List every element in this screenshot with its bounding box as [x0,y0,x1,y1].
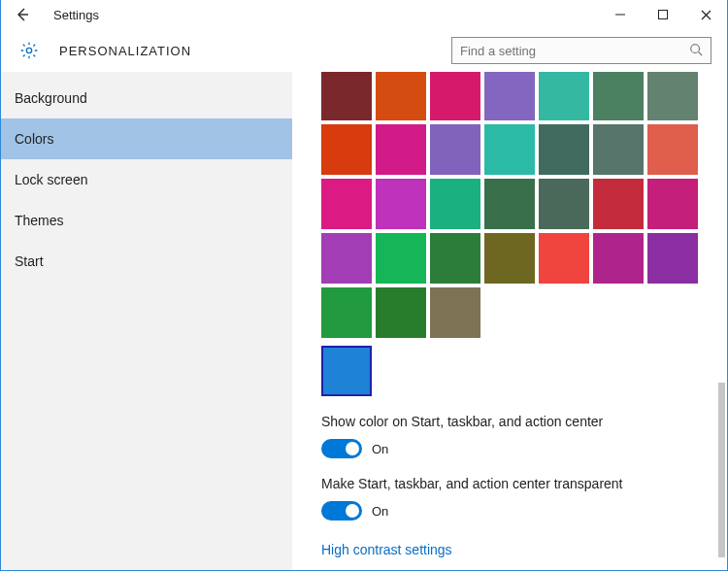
color-swatch[interactable] [593,179,644,229]
maximize-icon [658,10,668,19]
content: Show color on Start, taskbar, and action… [292,72,727,570]
settings-gear-icon[interactable] [18,40,40,61]
body: BackgroundColorsLock screenThemesStart S… [1,72,727,570]
header: PERSONALIZATION [1,29,727,72]
search-box[interactable] [451,37,711,64]
gear-icon [19,41,39,60]
color-swatch[interactable] [539,179,589,229]
color-swatch[interactable] [376,287,426,338]
window-title: Settings [53,8,99,22]
color-swatch[interactable] [484,233,535,284]
minimize-button[interactable] [599,1,642,28]
color-swatch[interactable] [430,72,480,120]
color-swatch[interactable] [593,124,644,175]
color-swatch[interactable] [647,72,698,120]
maximize-button[interactable] [642,1,684,28]
window-controls [599,1,727,28]
color-swatch[interactable] [539,124,589,175]
sidebar-item-lock-screen[interactable]: Lock screen [1,159,292,200]
color-swatch[interactable] [376,124,426,175]
color-swatch[interactable] [376,233,426,284]
close-icon [701,10,711,20]
color-swatch[interactable] [430,287,480,338]
color-swatch[interactable] [593,72,644,120]
search-icon [689,43,703,59]
color-swatch[interactable] [593,233,644,284]
minimize-icon [615,10,625,19]
color-swatch[interactable] [647,179,698,229]
search-input[interactable] [460,44,689,58]
section-title: PERSONALIZATION [59,44,191,58]
sidebar-item-colors[interactable]: Colors [1,118,292,159]
color-swatch[interactable] [321,179,372,229]
high-contrast-link[interactable]: High contrast settings [321,542,727,557]
transparency-toggle[interactable] [321,501,362,521]
color-swatch[interactable] [484,179,535,229]
svg-point-2 [691,44,700,52]
transparency-toggle-row: On [321,501,727,521]
sidebar-item-background[interactable]: Background [1,78,292,118]
color-swatch[interactable] [647,233,698,284]
show-color-state: On [372,442,388,456]
show-color-toggle-row: On [321,439,727,458]
sidebar: BackgroundColorsLock screenThemesStart [1,72,292,570]
transparency-label: Make Start, taskbar, and action center t… [321,476,727,491]
color-swatch[interactable] [430,179,480,229]
svg-rect-0 [659,11,668,19]
back-button[interactable] [9,1,36,28]
show-color-label: Show color on Start, taskbar, and action… [321,414,727,429]
search-wrap [451,37,711,64]
color-swatch[interactable] [539,233,589,284]
color-swatch[interactable] [539,72,589,120]
transparency-state: On [372,504,388,519]
color-swatch[interactable] [484,124,535,175]
color-swatch[interactable] [321,233,372,284]
color-swatch[interactable] [484,72,535,120]
close-button[interactable] [684,1,727,28]
sidebar-item-start[interactable]: Start [1,241,292,282]
color-swatch[interactable] [430,233,480,284]
show-color-toggle[interactable] [321,439,362,458]
color-swatch[interactable] [376,72,426,120]
scrollbar-thumb[interactable] [718,383,725,557]
color-swatch[interactable] [647,124,698,175]
color-palette [321,72,710,396]
sidebar-item-themes[interactable]: Themes [1,200,292,241]
color-swatch[interactable] [321,72,372,120]
arrow-left-icon [15,7,30,22]
titlebar: Settings [1,0,727,29]
color-swatch[interactable] [430,124,480,175]
color-swatch[interactable] [376,179,426,229]
color-swatch[interactable] [321,287,372,338]
svg-point-1 [26,48,31,52]
color-swatch-selected[interactable] [321,346,372,396]
color-swatch[interactable] [321,124,372,175]
